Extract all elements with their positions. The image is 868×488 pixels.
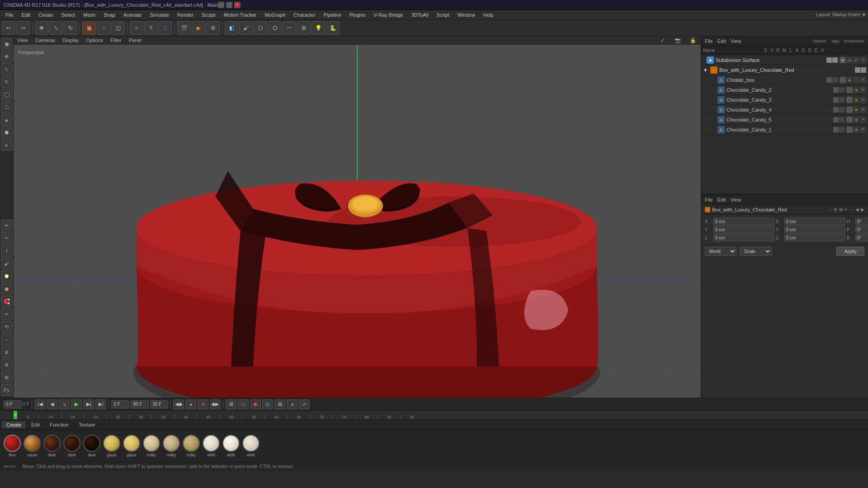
tl-btn6[interactable]: ≡ (287, 399, 297, 409)
attr-icon-3[interactable]: ⊠ (839, 207, 843, 212)
viewport-camera-icon[interactable]: 📷 (674, 36, 682, 44)
y-size-input[interactable] (784, 226, 845, 233)
y-pos-input[interactable] (713, 226, 774, 233)
obj-status[interactable]: · (861, 67, 866, 73)
left-tool-5[interactable]: ◯ (1, 89, 13, 100)
p-input[interactable] (855, 226, 868, 233)
fps-input[interactable] (150, 400, 168, 408)
menu-character[interactable]: Character (290, 11, 319, 19)
material-item-white2[interactable]: whiti (222, 435, 240, 457)
menu-script[interactable]: Script (433, 11, 453, 19)
record-button[interactable]: ● (59, 399, 70, 409)
attr-menu-view[interactable]: View (731, 197, 741, 202)
cube-tool-button[interactable]: ◧ (225, 21, 238, 35)
left-tool-scale[interactable]: ⤡ (1, 63, 13, 75)
obj-status-v[interactable]: · (832, 57, 838, 63)
attr-icon-1[interactable]: ⌂ (829, 207, 832, 212)
tag[interactable]: ✕ (860, 97, 866, 103)
obj-row-candy3[interactable]: △ Chocolate_Candy_3 ▲ ✕ (701, 95, 868, 105)
rotate-tool-button[interactable]: ↻ (64, 21, 77, 35)
apply-button[interactable]: Apply (836, 247, 864, 256)
obj-dot[interactable] (839, 127, 844, 132)
material-ball-dark2[interactable] (63, 435, 80, 452)
mat-tab-edit[interactable]: Edit (27, 421, 44, 428)
obj-row-subdivision-surface[interactable]: ◈ Subdivision Surface · · ▲ ▲ ✓ (701, 55, 868, 65)
material-ball-milky3[interactable] (183, 435, 200, 452)
obj-row-candy2[interactable]: △ Chocolate_Candy_2 ▲ ✕ (701, 85, 868, 95)
object-mode-button[interactable]: ○ (97, 21, 110, 35)
viewport-menu-options[interactable]: Options (86, 38, 103, 43)
menu-select[interactable]: Select (58, 11, 79, 19)
attr-menu-edit[interactable]: Edit (717, 197, 726, 202)
obj-dot[interactable] (833, 97, 839, 103)
obj-row-candy5[interactable]: △ Chocolate_Candy_5 ▲ ✕ (701, 115, 868, 125)
left-tool-python[interactable]: Py (1, 384, 13, 396)
array-tool-button[interactable]: ⬡ (268, 21, 282, 35)
obj-dot[interactable] (833, 107, 839, 113)
tag[interactable] (853, 77, 859, 83)
material-item-dark3[interactable]: dark (83, 435, 100, 457)
viewport-menu-view[interactable]: View (17, 38, 28, 43)
viewport-menu-cameras[interactable]: Cameras (35, 38, 56, 43)
start-frame-input[interactable] (111, 400, 129, 408)
render-view-button[interactable]: 🎬 (177, 21, 191, 35)
menu-file[interactable]: File (2, 11, 17, 19)
material-ball-milky1[interactable] (143, 435, 160, 452)
material-item-caran[interactable]: caran (24, 435, 41, 457)
menu-mesh[interactable]: Mesh (80, 11, 99, 19)
attr-icon-6[interactable]: ◀ (855, 207, 859, 212)
b-input[interactable] (855, 234, 868, 241)
left-tool-curve[interactable]: 〜 (1, 232, 13, 244)
material-ball-dark3[interactable] (83, 435, 100, 452)
prev-key-button[interactable]: ◀◆ (173, 399, 184, 409)
left-tool-rotate[interactable]: ↻ (1, 76, 13, 88)
obj-status[interactable]: · (855, 67, 860, 73)
obj-dot[interactable] (833, 117, 839, 122)
select-z-button[interactable]: Z (159, 21, 172, 35)
menu-sculpt[interactable]: Sculpt (198, 11, 219, 19)
obj-menu-view[interactable]: View (731, 38, 741, 44)
material-ball-white1[interactable] (203, 435, 220, 452)
tag[interactable] (846, 87, 853, 93)
left-tool-material[interactable]: ◉ (1, 283, 13, 295)
play-next-button[interactable]: ▶| (83, 399, 94, 409)
goto-start-button[interactable]: |◀ (34, 399, 45, 409)
material-item-white3[interactable]: whiti (242, 435, 259, 457)
material-item-milky3[interactable]: milky (183, 435, 200, 457)
tag[interactable]: ▲ (853, 97, 859, 103)
tag-icon[interactable]: ▲ (840, 57, 846, 63)
menu-help[interactable]: Help (480, 11, 497, 19)
play-reverse-button[interactable]: ◀ (47, 399, 57, 409)
tag[interactable]: ✕ (860, 107, 866, 113)
attr-icon-7[interactable]: ▶ (861, 207, 864, 212)
minimize-button[interactable]: ─ (218, 2, 224, 8)
obj-dot[interactable] (839, 87, 844, 93)
attr-menu-file[interactable]: File (705, 197, 713, 202)
z-pos-input[interactable] (713, 234, 774, 241)
tl-btn5[interactable]: ⊠ (274, 399, 285, 409)
viewport-menu-panel[interactable]: Panel (129, 38, 142, 43)
paint-tool-button[interactable]: 🖌 (239, 21, 253, 35)
material-item-milky2[interactable]: milky (163, 435, 180, 457)
tag[interactable]: ▲ (853, 127, 859, 133)
left-tool-8[interactable]: ⬢ (1, 127, 13, 138)
material-item-glaze2[interactable]: glaze (123, 435, 140, 457)
left-tool-bridge[interactable]: ⊗ (1, 359, 13, 371)
material-item-box[interactable]: Box (4, 435, 21, 457)
obj-dot[interactable] (826, 77, 832, 83)
python-tool-button[interactable]: 🐍 (326, 21, 340, 35)
scale-dropdown[interactable]: Scale Size (740, 247, 772, 256)
obj-row-candy1[interactable]: △ Chocolate_Candy_1 ▲ ✕ (701, 125, 868, 135)
world-dropdown[interactable]: World Object (705, 247, 736, 256)
menu-3dtoall[interactable]: 3DToAll (408, 11, 432, 19)
obj-row-cholate[interactable]: △ Cholate_box ▲ ✕ (701, 75, 868, 85)
close-button[interactable]: ✕ (234, 2, 241, 8)
move-tool-button[interactable]: ✥ (35, 21, 48, 35)
h-input[interactable] (855, 218, 868, 225)
menu-animate[interactable]: Animate (120, 11, 145, 19)
obj-dot[interactable] (839, 117, 844, 122)
material-item-glaze1[interactable]: glaze (103, 435, 120, 457)
left-tool-magnet[interactable]: 🧲 (1, 296, 13, 307)
scene-view[interactable]: Grid Spacing : 10 cm (14, 45, 701, 398)
select-all-button[interactable]: ✕ (130, 21, 143, 35)
